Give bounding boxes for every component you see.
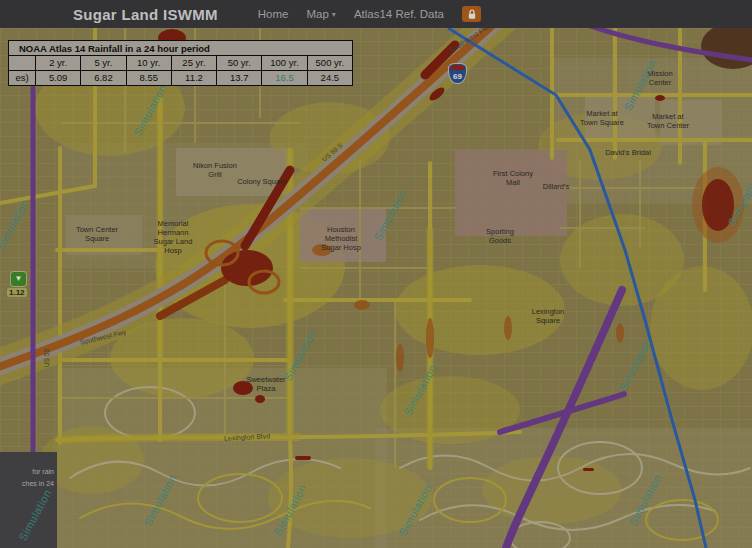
rainfall-row-label-header: [9, 56, 35, 71]
rainfall-value: 11.2: [171, 71, 216, 85]
rainfall-col-header: 10 yr.: [126, 56, 171, 71]
rainfall-table: NOAA Atlas 14 Rainfall in a 24 hour peri…: [8, 40, 353, 86]
legend-panel: for rain ches in 24: [0, 452, 57, 548]
rainfall-col-header: 2 yr.: [35, 56, 80, 71]
lock-button[interactable]: [462, 6, 481, 22]
map-graphics: [0, 28, 752, 548]
rainfall-col-header: 500 yr.: [307, 56, 352, 71]
legend-line-1: for rain: [0, 466, 54, 478]
rainfall-col-header: 5 yr.: [80, 56, 125, 71]
rainfall-table-grid: 2 yr. 5 yr. 10 yr. 25 yr. 50 yr. 100 yr.…: [9, 56, 352, 85]
map-canvas[interactable]: Mission Center Market at Town Square Mar…: [0, 28, 752, 548]
chevron-down-icon: ▾: [332, 10, 336, 19]
map-marker-icon[interactable]: ▼: [11, 272, 26, 286]
map-marker-value: 1.12: [7, 288, 27, 297]
rainfall-value: 6.82: [80, 71, 125, 85]
rainfall-value: 8.55: [126, 71, 171, 85]
rainfall-row-label: es): [9, 71, 35, 85]
nav-home[interactable]: Home: [258, 8, 289, 20]
rainfall-value: 5.09: [35, 71, 80, 85]
lock-icon: [467, 9, 477, 20]
app-title: Sugar Land ISWMM: [73, 6, 218, 23]
rainfall-col-header: 50 yr.: [216, 56, 261, 71]
rainfall-col-header: 25 yr.: [171, 56, 216, 71]
rainfall-table-title: NOAA Atlas 14 Rainfall in a 24 hour peri…: [9, 41, 352, 56]
nav-home-label: Home: [258, 8, 289, 20]
rainfall-col-header: 100 yr.: [261, 56, 306, 71]
nav-atlas14-ref-data[interactable]: Atlas14 Ref. Data: [354, 8, 444, 20]
legend-line-2: ches in 24: [0, 478, 54, 490]
interstate-shield-number: 69: [453, 73, 462, 81]
app-header: Sugar Land ISWMM Home Map ▾ Atlas14 Ref.…: [0, 0, 752, 28]
nav-map-label: Map: [306, 8, 328, 20]
main-nav: Home Map ▾ Atlas14 Ref. Data: [258, 8, 444, 20]
rainfall-value: 13.7: [216, 71, 261, 85]
nav-map[interactable]: Map ▾: [306, 8, 335, 20]
rainfall-value: 16.5: [261, 71, 306, 85]
rainfall-value: 24.5: [307, 71, 352, 85]
nav-atlas14-label: Atlas14 Ref. Data: [354, 8, 444, 20]
arrow-down-icon: ▼: [15, 274, 23, 283]
